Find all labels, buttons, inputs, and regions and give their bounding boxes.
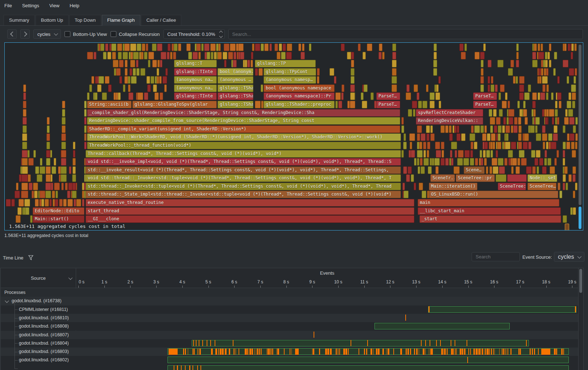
event-tick[interactable] <box>215 349 217 355</box>
flame-bar[interactable] <box>61 183 64 190</box>
event-tick[interactable] <box>170 349 171 355</box>
flame-bar[interactable] <box>392 76 397 84</box>
flame-bar[interactable] <box>564 166 568 174</box>
source-column-header[interactable]: Source <box>1 268 76 288</box>
flame-bar[interactable] <box>350 101 355 108</box>
tab-top-down[interactable]: Top Down <box>69 15 101 25</box>
flame-bar[interactable] <box>488 84 490 92</box>
event-tick[interactable] <box>229 349 230 355</box>
flame-bar[interactable]: ParseT… <box>473 101 497 108</box>
flame-bar[interactable] <box>426 125 430 133</box>
event-tick[interactable] <box>443 349 444 355</box>
flame-bar[interactable] <box>363 52 366 59</box>
flame-bar[interactable] <box>471 125 473 133</box>
flame-bar[interactable]: _compile_shader_glsl(RenderingDevice::Sh… <box>87 109 400 117</box>
event-tick[interactable] <box>378 349 380 355</box>
flame-bar[interactable] <box>461 133 465 141</box>
flame-bar[interactable] <box>417 150 423 158</box>
flame-bar[interactable] <box>450 150 452 158</box>
event-tick[interactable] <box>544 349 546 355</box>
flame-bar[interactable] <box>549 109 554 117</box>
tab-flame-graph[interactable]: Flame Graph <box>102 15 140 26</box>
flame-bar[interactable] <box>428 166 432 174</box>
event-tick[interactable] <box>259 349 260 355</box>
flame-bar[interactable] <box>301 52 305 59</box>
flame-bar[interactable] <box>570 133 575 141</box>
flame-bar[interactable] <box>157 68 159 76</box>
flame-bar[interactable] <box>34 191 38 198</box>
event-tick[interactable] <box>530 349 531 355</box>
flame-bar[interactable] <box>16 215 21 223</box>
event-tick[interactable] <box>451 340 451 346</box>
event-tick[interactable] <box>456 349 457 355</box>
flame-bar[interactable] <box>128 92 133 100</box>
flame-bar[interactable] <box>534 43 537 51</box>
flame-bar[interactable] <box>498 125 502 133</box>
event-span-bar[interactable] <box>428 306 576 313</box>
flame-bar[interactable] <box>165 68 168 76</box>
flame-bar[interactable] <box>40 166 45 174</box>
flame-bar[interactable]: ParseT… <box>376 101 400 108</box>
flame-bar[interactable] <box>480 150 482 158</box>
flame-bar[interactable] <box>111 43 116 51</box>
event-tick[interactable] <box>222 349 224 355</box>
flame-bar[interactable] <box>526 166 532 174</box>
flame-bar[interactable] <box>417 158 419 166</box>
event-tick[interactable] <box>183 349 184 355</box>
timeline-row[interactable]: godot.linuxbsd. (#16802) <box>1 356 579 364</box>
flame-bar[interactable] <box>146 43 148 51</box>
scrollbar-thumb[interactable] <box>579 45 581 205</box>
event-tick[interactable] <box>436 340 437 346</box>
flame-bar[interactable] <box>458 150 464 158</box>
flame-bar[interactable] <box>573 76 576 84</box>
flame-bar[interactable] <box>341 84 344 92</box>
flame-bar[interactable] <box>413 109 415 117</box>
flame-bar[interactable]: spvReflectCreateShader <box>416 109 483 117</box>
flame-bar[interactable] <box>474 125 480 133</box>
flame-bar[interactable] <box>475 158 479 166</box>
flame-bar[interactable] <box>567 133 570 141</box>
flame-bar[interactable] <box>436 84 439 92</box>
flame-bar[interactable] <box>414 84 418 92</box>
event-tick[interactable] <box>236 349 236 355</box>
flame-bar[interactable] <box>494 125 497 133</box>
flame-bar[interactable] <box>512 158 517 166</box>
flame-bar[interactable] <box>287 43 292 51</box>
event-tick[interactable] <box>177 365 178 370</box>
flame-bar[interactable] <box>240 52 244 59</box>
flame-bar[interactable] <box>503 117 506 125</box>
event-tick[interactable] <box>382 349 384 355</box>
flame-bar[interactable] <box>392 43 396 51</box>
flame-bar[interactable] <box>72 174 76 182</box>
flame-bar[interactable] <box>435 166 439 174</box>
flame-bar[interactable] <box>65 183 67 190</box>
event-span-bar[interactable] <box>192 340 529 346</box>
event-tick[interactable] <box>295 349 297 355</box>
event-tick[interactable] <box>431 349 433 355</box>
flame-bar[interactable] <box>67 191 70 198</box>
flame-bar[interactable] <box>269 43 272 51</box>
flame-bar[interactable] <box>445 125 448 133</box>
flame-bar[interactable] <box>95 92 98 100</box>
flame-bar[interactable] <box>571 142 575 149</box>
flame-bar[interactable] <box>454 166 459 174</box>
event-tick[interactable] <box>235 349 235 355</box>
flame-bar[interactable] <box>426 133 430 141</box>
flame-bar[interactable]: SceneTr.. <box>430 174 455 182</box>
event-tick[interactable] <box>502 349 504 355</box>
event-tick[interactable] <box>290 349 290 355</box>
flame-bar[interactable] <box>558 183 560 190</box>
flame-bar[interactable] <box>274 43 278 51</box>
flame-bar[interactable] <box>564 43 567 51</box>
flame-bar[interactable] <box>463 158 469 166</box>
event-tick[interactable] <box>199 340 199 346</box>
flame-bar[interactable] <box>46 142 50 149</box>
event-tick[interactable] <box>563 349 563 355</box>
flame-bar[interactable] <box>535 125 538 133</box>
flame-bar[interactable] <box>118 92 120 100</box>
event-tick[interactable] <box>470 349 471 355</box>
flame-bar[interactable] <box>557 76 560 84</box>
event-tick[interactable] <box>534 349 535 355</box>
flame-bar[interactable]: __GI___clone <box>86 215 414 223</box>
flame-bar[interactable] <box>484 142 488 149</box>
